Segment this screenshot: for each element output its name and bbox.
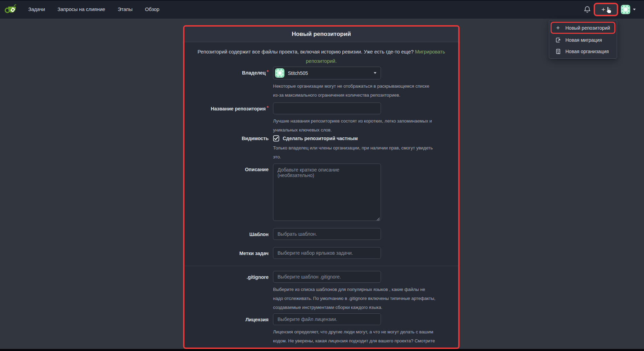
field-visibility: Видимость Сделать репозиторий частным То… bbox=[193, 135, 449, 162]
new-repository-form: Новый репозиторий Репозиторий содержит в… bbox=[183, 25, 460, 349]
owner-help-text: Некоторые организации могут не отображат… bbox=[273, 82, 436, 100]
chevron-down-icon bbox=[633, 9, 636, 10]
navbar: Задачи Запросы на слияние Этапы Обзор + bbox=[0, 0, 644, 19]
navbar-right-cluster: + bbox=[583, 3, 636, 16]
template-input[interactable] bbox=[273, 228, 381, 240]
visibility-help-text: Только владелец или члены организации, п… bbox=[273, 144, 436, 162]
license-help-text: Лицензия определяет, что другие люди мог… bbox=[273, 328, 436, 349]
gitignore-label: .gitignore bbox=[193, 271, 269, 283]
description-textarea[interactable] bbox=[273, 164, 381, 221]
menu-item-new-repository[interactable]: + Новый репозиторий bbox=[551, 22, 615, 34]
form-body: Репозиторий содержит все файлы проекта, … bbox=[184, 42, 458, 349]
field-gitignore: .gitignore Выберите из списка шаблонов д… bbox=[193, 271, 449, 312]
nav-link-explore[interactable]: Обзор bbox=[145, 7, 159, 12]
field-issue-labels: Метки задач bbox=[193, 247, 449, 260]
form-header: Новый репозиторий bbox=[184, 27, 458, 42]
gitea-logo-icon[interactable] bbox=[4, 2, 18, 16]
menu-item-label: Новая миграция bbox=[565, 37, 602, 43]
primary-nav: Задачи Запросы на слияние Этапы Обзор bbox=[28, 7, 159, 12]
field-repo-name: Название репозитория* Лучшие названия ре… bbox=[193, 103, 449, 135]
license-help-body: Лицензия определяет, что другие люди мог… bbox=[273, 329, 435, 343]
mouse-cursor-hand bbox=[605, 6, 613, 15]
page-title: Новый репозиторий bbox=[292, 31, 351, 38]
gitignore-input[interactable] bbox=[273, 271, 381, 283]
bell-icon bbox=[584, 6, 591, 13]
user-menu-button[interactable] bbox=[621, 5, 636, 14]
owner-avatar bbox=[275, 68, 284, 78]
form-intro: Репозиторий содержит все файлы проекта, … bbox=[197, 47, 445, 66]
plus-icon: + bbox=[555, 25, 561, 31]
owner-selected-value: Stitch505 bbox=[288, 70, 308, 76]
create-dropdown-menu: + Новый репозиторий Новая миграция Новая bbox=[549, 20, 617, 59]
required-marker: * bbox=[267, 69, 269, 75]
field-owner: Владелец* bbox=[193, 67, 449, 100]
viewport-bottom-edge bbox=[0, 349, 644, 351]
license-label: Лицензия bbox=[193, 313, 269, 326]
migration-icon bbox=[555, 37, 561, 43]
menu-item-label: Новый репозиторий bbox=[565, 25, 610, 31]
section-divider bbox=[184, 266, 458, 266]
field-description: Описание bbox=[193, 164, 449, 222]
menu-item-label: Новая организация bbox=[565, 49, 609, 54]
chevron-down-icon bbox=[374, 72, 376, 74]
nav-link-issues[interactable]: Задачи bbox=[28, 7, 45, 12]
repo-name-help-text: Лучшие названия репозиториев состоят из … bbox=[273, 117, 436, 135]
template-label: Шаблон bbox=[193, 228, 269, 241]
notifications-bell-button[interactable] bbox=[583, 5, 591, 13]
gitignore-help-text: Выберите из списка шаблонов для популярн… bbox=[273, 285, 436, 312]
organization-building-icon bbox=[555, 48, 561, 54]
owner-label: Владелец* bbox=[193, 67, 269, 79]
owner-select[interactable]: Stitch505 bbox=[273, 67, 381, 79]
license-input[interactable] bbox=[273, 313, 381, 325]
description-label: Описание bbox=[193, 164, 269, 174]
repo-name-input[interactable] bbox=[273, 103, 381, 114]
nav-link-pull-requests[interactable]: Запросы на слияние bbox=[58, 7, 105, 12]
create-new-button[interactable]: + bbox=[594, 3, 618, 16]
menu-item-new-organization[interactable]: Новая организация bbox=[549, 46, 617, 57]
visibility-label: Видимость bbox=[193, 135, 269, 142]
user-avatar bbox=[621, 5, 630, 14]
issue-labels-label: Метки задач bbox=[193, 247, 269, 260]
menu-item-new-migration[interactable]: Новая миграция bbox=[549, 34, 617, 46]
repo-name-label: Название репозитория* bbox=[193, 103, 269, 115]
window-top-edge bbox=[0, 0, 644, 1]
issue-labels-input[interactable] bbox=[273, 247, 381, 259]
intro-text: Репозиторий содержит все файлы проекта, … bbox=[198, 49, 414, 55]
private-checkbox-checked[interactable] bbox=[273, 135, 279, 142]
private-checkbox-label[interactable]: Сделать репозиторий частным bbox=[283, 136, 358, 141]
field-license: Лицензия Лицензия определяет, что другие… bbox=[193, 313, 449, 349]
required-marker: * bbox=[267, 105, 269, 110]
nav-link-milestones[interactable]: Этапы bbox=[118, 7, 132, 12]
field-template: Шаблон bbox=[193, 228, 449, 241]
